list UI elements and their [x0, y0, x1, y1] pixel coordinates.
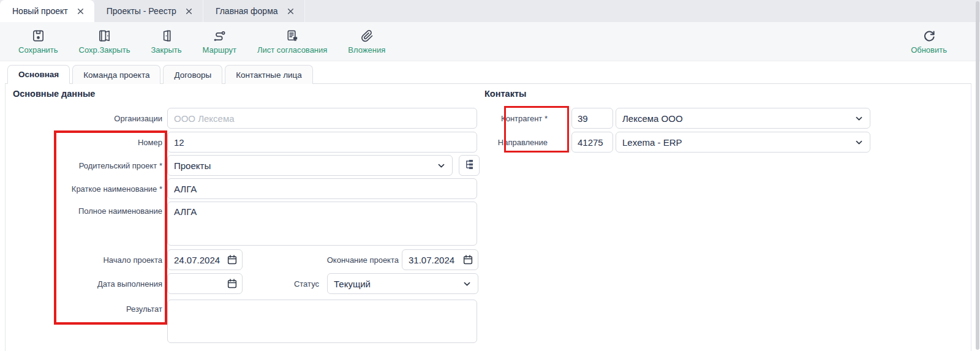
form-content: Основные данные Контакты Организации Ном… — [5, 84, 971, 351]
save-close-icon — [97, 29, 111, 43]
tab-project-team[interactable]: Команда проекта — [72, 65, 160, 84]
contractor-value: Лексема ООО — [622, 113, 683, 124]
calendar-icon[interactable] — [227, 254, 238, 268]
short-name-input[interactable] — [167, 178, 477, 199]
status-label: Статус — [294, 279, 319, 289]
status-select[interactable]: Текущий — [327, 273, 478, 294]
approval-sheet-icon — [285, 29, 300, 43]
window-tab-label: Проекты - Реестр — [107, 6, 176, 16]
tab-contact-persons[interactable]: Контактные лица — [225, 65, 313, 84]
result-label: Результат — [6, 300, 167, 314]
tab-contact-persons-label: Контактные лица — [236, 70, 302, 80]
attachments-button[interactable]: Вложения — [339, 26, 394, 57]
chevron-down-icon — [854, 138, 864, 149]
direction-label: Направление — [484, 138, 567, 147]
tab-main-label: Основная — [18, 70, 59, 79]
parent-project-label: Родительский проект * — [6, 161, 167, 170]
refresh-button-label: Обновить — [911, 45, 947, 55]
close-icon[interactable] — [185, 7, 193, 15]
number-label: Номер — [6, 138, 167, 147]
chevron-down-icon — [437, 161, 446, 172]
full-name-label: Полное наименование — [6, 202, 167, 216]
number-input[interactable] — [167, 132, 477, 153]
project-start-field — [167, 249, 243, 270]
calendar-icon[interactable] — [462, 254, 473, 268]
window-tab-bar: Новый проект Проекты - Реестр Главная фо… — [0, 0, 980, 22]
door-close-icon — [159, 29, 173, 43]
chevron-down-icon — [854, 114, 864, 125]
result-textarea[interactable] — [167, 300, 477, 343]
status-value: Текущий — [334, 279, 371, 289]
close-button[interactable]: Закрыть — [143, 26, 190, 57]
direction-value: Lexema - ERP — [622, 137, 682, 148]
contractor-select[interactable]: Лексема ООО — [616, 108, 870, 129]
execution-date-field — [167, 273, 243, 294]
tab-contracts[interactable]: Договоры — [163, 65, 222, 84]
organizations-label: Организации — [6, 114, 167, 123]
window-tab-label: Главная форма — [216, 6, 278, 16]
toolbar: Сохранить Сохр.Закрыть — [0, 22, 980, 61]
vertical-scrollbar[interactable] — [976, 1, 979, 350]
approval-sheet-button-label: Лист согласования — [257, 45, 327, 55]
project-tree-button[interactable] — [459, 155, 480, 176]
calendar-icon[interactable] — [227, 278, 238, 292]
organizations-input[interactable] — [167, 108, 477, 129]
project-start-label: Начало проекта — [6, 255, 167, 265]
save-button-label: Сохранить — [18, 45, 58, 55]
execution-date-label: Дата выполнения — [6, 279, 167, 289]
close-icon[interactable] — [287, 7, 295, 15]
project-end-field — [402, 249, 478, 270]
form-tab-bar: Основная Команда проекта Договоры Контак… — [5, 63, 971, 84]
tree-icon — [464, 159, 475, 173]
app-window: Новый проект Проекты - Реестр Главная фо… — [0, 0, 980, 351]
route-button-label: Маршрут — [203, 45, 236, 55]
parent-project-select[interactable]: Проекты — [167, 155, 453, 176]
route-button[interactable]: Маршрут — [194, 26, 245, 57]
tab-contracts-label: Договоры — [174, 70, 211, 80]
attachments-button-label: Вложения — [348, 45, 385, 55]
approval-sheet-button[interactable]: Лист согласования — [249, 26, 336, 57]
toolbar-right-group: Обновить — [902, 26, 980, 57]
close-icon[interactable] — [77, 7, 85, 15]
window-tab-main-form[interactable]: Главная форма — [203, 0, 305, 22]
window-tab-new-project[interactable]: Новый проект — [0, 0, 94, 22]
save-close-button-label: Сохр.Закрыть — [79, 45, 130, 55]
save-button[interactable]: Сохранить — [10, 26, 67, 57]
full-name-textarea[interactable]: АЛГА — [167, 202, 477, 246]
window-tab-label: Новый проект — [12, 6, 68, 16]
close-button-label: Закрыть — [151, 45, 182, 55]
direction-code-input[interactable] — [571, 132, 613, 153]
contractor-label: Контрагент * — [484, 114, 567, 123]
window-tab-projects-registry[interactable]: Проекты - Реестр — [94, 0, 203, 22]
route-icon — [212, 29, 227, 43]
tab-main[interactable]: Основная — [7, 65, 70, 84]
contractor-code-input[interactable] — [571, 108, 613, 129]
toolbar-left-group: Сохранить Сохр.Закрыть — [0, 26, 394, 57]
direction-select[interactable]: Lexema - ERP — [616, 132, 870, 153]
save-close-button[interactable]: Сохр.Закрыть — [70, 26, 139, 57]
chevron-down-icon — [462, 279, 472, 290]
refresh-button[interactable]: Обновить — [902, 26, 956, 57]
tab-project-team-label: Команда проекта — [83, 70, 149, 80]
paperclip-icon — [360, 29, 374, 43]
section-title-main-data: Основные данные — [13, 89, 95, 99]
save-icon — [31, 29, 45, 43]
parent-project-value: Проекты — [174, 160, 211, 171]
section-title-contacts: Контакты — [484, 89, 526, 99]
project-end-label: Окончание проекта — [327, 255, 399, 265]
refresh-icon — [922, 29, 937, 43]
short-name-label: Краткое наименование * — [6, 184, 167, 194]
